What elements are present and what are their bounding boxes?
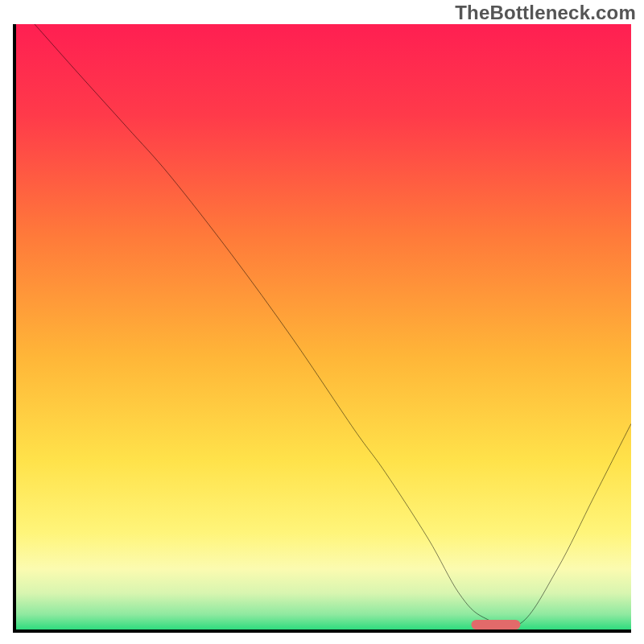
bottleneck-curve	[16, 24, 631, 630]
watermark-text: TheBottleneck.com	[455, 2, 636, 24]
chart-container: TheBottleneck.com	[0, 0, 644, 644]
plot-area	[13, 24, 631, 633]
optimal-range-marker	[471, 620, 520, 630]
